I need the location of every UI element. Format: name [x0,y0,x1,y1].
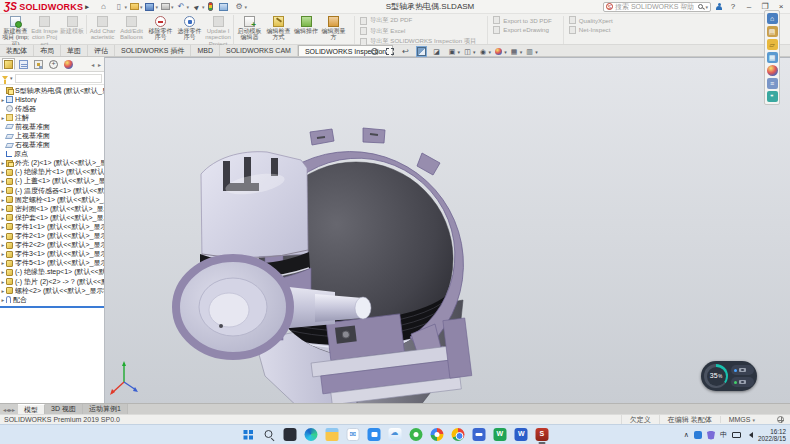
tree-item[interactable]: ▸ (-) 上盖<1> (默认<<默认>_显示状 [0,177,104,186]
recorder-camera-button[interactable] [731,365,754,375]
taskbar-app-icon[interactable] [473,428,486,441]
taskbar-app-icon[interactable] [305,428,318,441]
tree-item[interactable]: ▸ 外壳 (2)<1> (默认<<默认>_显示状 [0,159,104,168]
view-tool-button[interactable]: ▾ [369,46,384,57]
3d-model-viewport[interactable] [105,58,790,404]
task-pane-icon[interactable] [767,13,778,24]
export-menu-item[interactable]: 导出至 2D PDF [360,16,476,25]
view-tool-button[interactable]: ▾ [400,46,415,57]
view-tool-button[interactable]: ▾ [431,46,446,57]
dropdown-caret[interactable]: ▾ [186,4,189,10]
ribbon-button[interactable]: 选择零件序号 [175,15,204,41]
ime-indicator[interactable]: 中 [720,430,727,440]
tree-item[interactable]: ▸ 右视基准面 [0,141,104,150]
taskbar-app-icon[interactable] [326,428,339,441]
tree-item[interactable]: ▸ (-) 温度传感器<1> (默认<<默认>_ [0,186,104,195]
ribbon-button[interactable]: 启动模板编辑器 [235,15,264,41]
export-menu-item[interactable]: 导出至 Excel [360,27,476,36]
tray-app-icon[interactable] [694,431,702,439]
view-tool-button[interactable]: ▾ [509,46,524,57]
tree-item[interactable]: ▸ 上视基准面 [0,131,104,140]
quick-access-button[interactable]: ▾ [208,2,217,11]
taskbar-app-icon[interactable] [431,428,444,441]
tree-item[interactable]: ▸ 零件5<1> (默认<<默认>_显示状 [0,259,104,268]
tree-item[interactable]: ▸ History [0,95,104,104]
volume-icon[interactable] [746,432,753,438]
quick-access-button[interactable]: ▾ [161,3,174,10]
taskbar-app-icon[interactable] [515,428,528,441]
task-pane-icon[interactable] [767,78,778,89]
command-tab[interactable]: SOLIDWORKS CAM [220,45,298,56]
tree-filter[interactable]: ▾ [0,72,104,85]
dropdown-caret[interactable]: ▾ [202,4,205,10]
tree-item[interactable]: ▸ 螺栓<2> (默认<<默认>_显示状态 [0,286,104,295]
recorder-record-button[interactable] [731,377,754,387]
view-tool-button[interactable]: ▾ [493,46,508,57]
task-pane-icon[interactable] [767,26,778,37]
quick-access-button[interactable]: ▾ [145,3,158,11]
tree-item[interactable]: ▸ (-) 绝缘垫片<1> (默认<<默认>_显 [0,168,104,177]
quick-access-button[interactable]: ▾ [130,3,143,10]
command-tab[interactable]: 评估 [88,45,115,56]
tree-item[interactable]: ▸ 前视基准面 [0,122,104,131]
quick-access-button[interactable]: ▾ [192,2,205,11]
search-input[interactable]: S 搜索 SOLIDWORKS 帮助 ▾ [603,2,711,12]
tree-item[interactable]: ▸ 零件2<2> (默认<<默认>_显示状 [0,241,104,250]
taskbar-app-icon[interactable] [242,428,255,441]
quick-access-button[interactable]: ▾ [114,2,127,11]
ribbon-button[interactable]: Add Characteristic [88,15,117,41]
taskbar-app-icon[interactable] [494,428,507,441]
dropdown-caret[interactable]: ▾ [504,49,507,55]
taskbar-app-icon[interactable] [347,428,360,441]
command-tab[interactable]: SOLIDWORKS 插件 [115,45,191,56]
help-button[interactable]: ? [727,2,739,11]
dropdown-caret[interactable]: ▾ [171,4,174,10]
export-menu-item[interactable]: Net-Inspect [569,26,613,34]
ribbon-button[interactable]: Add/Edit Balloons [117,15,146,41]
quick-access-button[interactable]: ▾ [99,2,112,11]
export-menu-item[interactable]: QualityXpert [569,16,613,24]
dropdown-caret[interactable]: ▾ [535,49,538,55]
tree-item[interactable]: ▸ (-) 垫片 (2)<2> -> ? (默认<<默认 [0,277,104,286]
tree-item[interactable]: ▸ 配合 [0,295,104,304]
dropdown-caret[interactable]: ▾ [155,4,158,10]
clock[interactable]: 16:12 2022/8/15 [758,428,786,442]
graphics-viewport[interactable] [105,57,790,403]
taskbar-app-icon[interactable] [284,428,297,441]
taskbar-app-icon[interactable] [389,428,402,441]
ribbon-button[interactable]: 编辑操作 [293,15,319,34]
tag-icon[interactable] [777,416,784,423]
ribbon-button[interactable]: 编辑测量方 [319,15,348,41]
ribbon-button[interactable]: 新建检查项目 (imp;可) [1,15,30,47]
document-tab[interactable]: 模型 [18,404,45,414]
ribbon-button[interactable]: 移除零件序号 [146,15,175,41]
dropdown-caret[interactable]: ▾ [489,49,492,55]
display-tray-icon[interactable] [732,432,741,438]
ribbon-button[interactable]: Update Inspection Project [204,15,234,47]
view-tool-button[interactable]: ▾ [462,46,477,57]
view-tool-button[interactable]: ▾ [385,46,400,57]
panel-tab[interactable] [47,58,60,70]
view-tool-button[interactable]: ▾ [447,46,462,57]
dropdown-caret[interactable]: ▾ [473,49,476,55]
quick-access-button[interactable]: ▾ [176,2,189,11]
document-tab[interactable]: 3D 视图 [45,404,83,414]
filter-caret[interactable]: ▾ [10,75,13,81]
minimize-button[interactable]: – [743,2,755,11]
ribbon-button[interactable]: 新建模板 [59,15,87,34]
panel-tab[interactable] [32,58,45,70]
recorder-overlay[interactable]: 35% [701,361,757,391]
dropdown-caret[interactable]: ▾ [140,4,143,10]
tree-item[interactable]: ▸ 固定螺栓<1> (默认<<默认>_显示 [0,195,104,204]
taskbar-app-icon[interactable] [368,428,381,441]
tree-item[interactable]: ▸ 原点 [0,150,104,159]
task-pane-icon[interactable] [767,39,778,50]
search-caret[interactable]: ▾ [705,4,708,10]
dropdown-caret[interactable]: ▾ [458,49,461,55]
tree-item[interactable]: ▸ 零件1<1> (默认<<默认>_显示状态 [0,222,104,231]
panel-tab-arrows[interactable]: ◂ ▸ [91,61,102,68]
tree-item[interactable]: ▸ 保护套<1> (默认<<默认>_显示状 [0,213,104,222]
tree-item[interactable]: ▸ (-) 绝缘垫.step<1> (默认<<默认 [0,268,104,277]
view-tool-button[interactable]: ▾ [478,46,493,57]
taskbar-app-icon[interactable] [452,428,465,441]
